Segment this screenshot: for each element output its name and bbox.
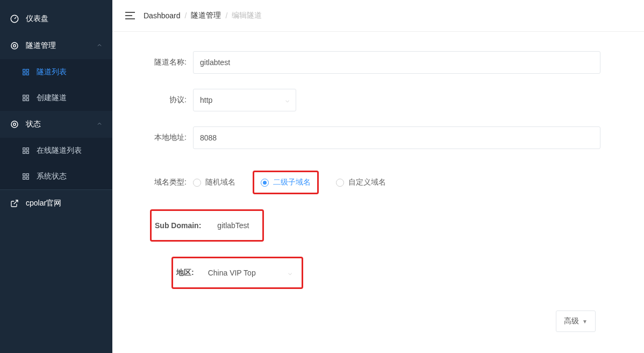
svg-rect-6 (26, 73, 28, 75)
grid-icon (22, 146, 30, 155)
svg-rect-13 (23, 148, 25, 150)
breadcrumb-dashboard[interactable]: Dashboard (144, 11, 181, 20)
radio-custom-label: 自定义域名 (348, 178, 386, 187)
svg-rect-17 (23, 174, 25, 176)
highlight-box: 地区: China VIP Top ⌵ (171, 257, 303, 289)
radio-custom-domain[interactable]: 自定义域名 (336, 178, 386, 187)
menu-toggle-icon[interactable] (125, 12, 135, 19)
svg-rect-10 (26, 98, 28, 101)
svg-rect-5 (23, 73, 25, 75)
region-value: China VIP Top (208, 269, 256, 277)
svg-rect-16 (26, 151, 28, 153)
gauge-icon (10, 14, 19, 24)
dashboard-label: 仪表盘 (26, 14, 48, 24)
svg-rect-15 (23, 151, 25, 153)
advanced-label: 高级 (564, 316, 579, 326)
svg-rect-14 (26, 148, 28, 150)
highlight-box: 二级子域名 (253, 171, 319, 194)
sidebar-item-tunnel-list[interactable]: 隧道列表 (0, 59, 112, 85)
grid-icon (22, 68, 30, 76)
chevron-up-icon (96, 41, 103, 50)
svg-rect-3 (23, 69, 25, 72)
breadcrumb: Dashboard / 隧道管理 / 编辑隧道 (144, 11, 262, 20)
create-tunnel-label: 创建隧道 (37, 93, 67, 103)
radio-subdomain[interactable]: 二级子域名 (261, 178, 311, 187)
local-addr-label: 本地地址: (128, 133, 193, 143)
external-link-icon (10, 199, 19, 208)
svg-rect-4 (26, 69, 28, 72)
radio-icon (193, 179, 201, 187)
advanced-button[interactable]: 高级 ▼ (556, 310, 596, 332)
status-label: 状态 (26, 119, 41, 129)
breadcrumb-sep: / (225, 11, 227, 20)
local-addr-input[interactable] (193, 126, 600, 149)
sidebar-item-tunnel-mgmt[interactable]: 隧道管理 (0, 32, 112, 59)
svg-rect-20 (26, 177, 28, 179)
online-tunnels-label: 在线隧道列表 (37, 146, 82, 156)
sub-domain-label: Sub Domain: (155, 221, 201, 230)
svg-rect-18 (26, 174, 28, 176)
sidebar-item-cpolar[interactable]: cpolar官网 (0, 189, 112, 217)
svg-point-2 (13, 45, 16, 47)
radio-icon (261, 179, 269, 187)
protocol-value: http (200, 96, 212, 104)
topbar: Dashboard / 隧道管理 / 编辑隧道 (112, 0, 644, 32)
status-icon (10, 119, 19, 129)
svg-line-21 (14, 200, 18, 204)
tunnel-icon (10, 41, 19, 51)
svg-rect-7 (23, 95, 25, 97)
grid-icon (22, 94, 30, 102)
region-select[interactable]: China VIP Top ⌵ (202, 262, 298, 284)
radio-random-label: 随机域名 (205, 178, 235, 187)
svg-rect-8 (26, 95, 28, 97)
cpolar-label: cpolar官网 (26, 199, 61, 208)
system-status-label: 系统状态 (37, 172, 67, 181)
main-content: Dashboard / 隧道管理 / 编辑隧道 隧道名称: 协议: http ⌵… (112, 0, 644, 353)
highlight-box: Sub Domain: (150, 209, 264, 242)
svg-point-12 (13, 123, 16, 126)
svg-point-1 (11, 43, 18, 49)
region-label: 地区: (176, 268, 194, 278)
svg-point-11 (11, 121, 18, 128)
tunnel-name-label: 隧道名称: (128, 58, 193, 67)
radio-subdomain-label: 二级子域名 (273, 178, 311, 187)
svg-rect-9 (23, 98, 25, 101)
sidebar: 仪表盘 隧道管理 隧道列表 创建隧道 (0, 0, 112, 353)
tunnel-list-label: 隧道列表 (37, 67, 67, 77)
chevron-down-icon: ⌵ (288, 269, 292, 277)
sidebar-item-dashboard[interactable]: 仪表盘 (0, 5, 112, 32)
radio-random-domain[interactable]: 随机域名 (193, 178, 235, 187)
sidebar-item-create-tunnel[interactable]: 创建隧道 (0, 85, 112, 111)
caret-down-icon: ▼ (582, 319, 588, 324)
sub-domain-input[interactable] (211, 214, 259, 237)
grid-icon (22, 172, 30, 181)
breadcrumb-current: 编辑隧道 (232, 11, 262, 20)
tunnel-name-input[interactable] (193, 51, 600, 74)
radio-icon (336, 179, 344, 187)
sidebar-item-system-status[interactable]: 系统状态 (0, 164, 112, 189)
sidebar-item-online-tunnels[interactable]: 在线隧道列表 (0, 138, 112, 164)
sidebar-item-status[interactable]: 状态 (0, 111, 112, 138)
chevron-up-icon (96, 120, 103, 129)
breadcrumb-tunnel-mgmt[interactable]: 隧道管理 (191, 11, 221, 20)
breadcrumb-sep: / (185, 11, 187, 20)
protocol-label: 协议: (128, 95, 193, 105)
domain-type-label: 域名类型: (128, 178, 193, 187)
chevron-down-icon: ⌵ (285, 96, 289, 104)
tunnel-mgmt-label: 隧道管理 (26, 41, 56, 51)
protocol-select[interactable]: http ⌵ (193, 89, 296, 111)
svg-rect-19 (23, 177, 25, 179)
